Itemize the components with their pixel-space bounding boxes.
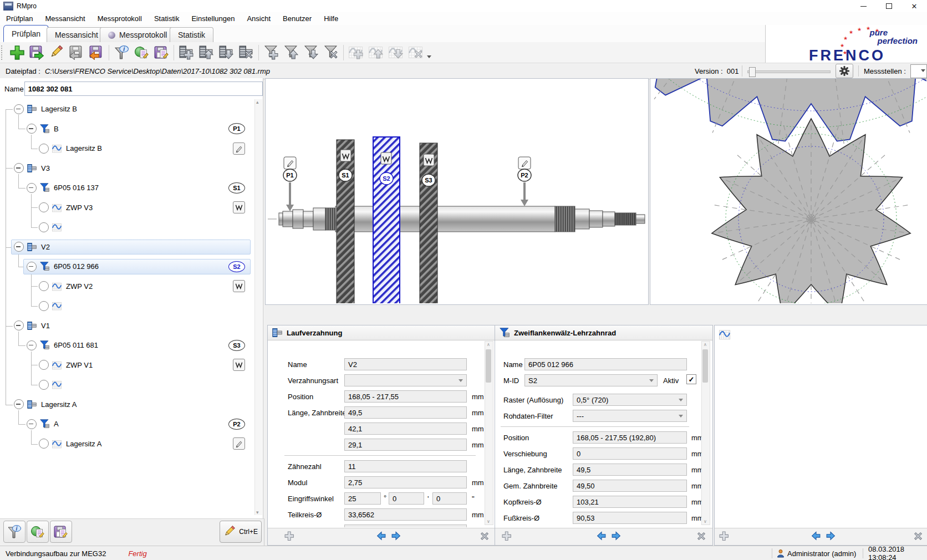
tree-item-zwp-v3[interactable]: ZWP V3: [0, 198, 253, 218]
edit-ctrl-e-button[interactable]: Ctrl+E: [220, 521, 262, 543]
curve-up-button[interactable]: [366, 44, 385, 62]
footer-protocol-edit-button[interactable]: [27, 521, 49, 543]
probe-add-button[interactable]: [262, 44, 281, 62]
tree-item-b[interactable]: B P1: [0, 119, 253, 139]
import-button[interactable]: [67, 44, 86, 62]
footer-info-funnel-button[interactable]: [3, 521, 26, 543]
tree-item-zwp-v1[interactable]: ZWP V1: [0, 355, 253, 375]
info-funnel-button[interactable]: [112, 44, 131, 62]
tree-item-lagersitz-b[interactable]: Lagersitz B: [0, 99, 253, 119]
kopfkreis-field[interactable]: 103,21: [573, 496, 687, 508]
gem-zahnbreite-field[interactable]: 49,50: [573, 480, 687, 492]
gear-band-s3[interactable]: [420, 143, 437, 303]
raster-select[interactable]: 0,5° (720): [573, 394, 687, 406]
menu-benutzer[interactable]: Benutzer: [277, 14, 318, 23]
curve-add-button[interactable]: [347, 44, 365, 62]
zaehnezahl-field[interactable]: 11: [344, 460, 467, 472]
tree-item-unnamed[interactable]: [0, 217, 253, 237]
position-field[interactable]: 168,05 - 217,55: [344, 390, 467, 403]
lehrzahnrad-scrollbar[interactable]: [701, 341, 710, 525]
next-icon[interactable]: [391, 531, 401, 541]
gear-up-button[interactable]: [197, 44, 216, 62]
lz-position-field[interactable]: 168,05 - 217,55 (192,80): [573, 431, 687, 444]
marker-p2[interactable]: P2: [518, 157, 531, 206]
probe-up-button[interactable]: [282, 44, 300, 62]
gear-add-button[interactable]: [177, 44, 196, 62]
revert-button[interactable]: [87, 44, 106, 62]
tab-statistik[interactable]: Statistik: [170, 27, 213, 42]
laufverzahnung-scrollbar[interactable]: [485, 341, 493, 525]
menu-messansicht[interactable]: Messansicht: [39, 14, 91, 23]
tree-item-unnamed[interactable]: [0, 296, 253, 316]
protocol-save-button[interactable]: [152, 44, 171, 62]
version-slider-thumb[interactable]: [749, 67, 756, 77]
tree-item-6p05-011-681[interactable]: 6P05 011 681 S3: [0, 335, 253, 355]
menu-ansicht[interactable]: Ansicht: [241, 14, 277, 23]
menu-messprotokoll[interactable]: Messprotokoll: [91, 14, 148, 23]
teilkreis-field[interactable]: 33,6562: [344, 508, 467, 521]
add-icon[interactable]: [502, 531, 512, 541]
tree-item-a[interactable]: A P2: [0, 414, 253, 434]
messstellen-select[interactable]: [910, 64, 927, 78]
tab-pruefplan[interactable]: Prüfplan: [3, 25, 49, 42]
collapse-icon[interactable]: [27, 262, 37, 272]
collapse-icon[interactable]: [14, 104, 24, 114]
collapse-icon[interactable]: [14, 399, 24, 409]
next-icon[interactable]: [826, 531, 836, 541]
fusskreis-field[interactable]: 90,53: [573, 512, 687, 524]
prev-icon[interactable]: [376, 531, 386, 541]
collapse-icon[interactable]: [27, 419, 37, 429]
verzahnungsart-select[interactable]: [344, 374, 467, 386]
eingriffswinkel-deg-field[interactable]: 25: [344, 492, 381, 505]
curve-delete-button[interactable]: [406, 44, 425, 62]
gear-mesh-view[interactable]: [650, 78, 927, 305]
eingriffswinkel-sec-field[interactable]: 0: [432, 492, 467, 505]
menu-hilfe[interactable]: Hilfe: [318, 14, 344, 23]
shaft-view[interactable]: S1 S2 S3 P1 P2: [265, 78, 649, 305]
add-icon[interactable]: [719, 531, 729, 541]
new-button[interactable]: [7, 44, 26, 62]
modul-field[interactable]: 2,75: [344, 476, 467, 488]
version-slider[interactable]: [747, 70, 831, 73]
gear-down-button[interactable]: [217, 44, 236, 62]
laenge-field[interactable]: 49,5: [344, 406, 467, 419]
gear-band-s1[interactable]: [337, 140, 354, 303]
tab-messansicht[interactable]: Messansicht: [47, 27, 106, 42]
mid-select[interactable]: S2: [524, 374, 658, 386]
tree-item-6p05-012-966[interactable]: 6P05 012 966 S2: [0, 257, 253, 277]
settings-gear-button[interactable]: [836, 64, 853, 78]
collapse-icon[interactable]: [14, 320, 24, 330]
next-icon[interactable]: [611, 531, 621, 541]
tree-item-v1[interactable]: V1: [0, 316, 253, 336]
tree-item-lagersitz-a-curve[interactable]: Lagersitz A: [0, 434, 253, 454]
tab-messprotokoll[interactable]: Messprotokoll: [100, 27, 175, 42]
protocol-edit-button[interactable]: [132, 44, 151, 62]
probe-delete-button[interactable]: [322, 44, 340, 62]
add-icon[interactable]: [284, 531, 294, 541]
collapse-icon[interactable]: [27, 340, 37, 350]
lz-laenge-field[interactable]: 49,5: [573, 464, 687, 476]
save-export-button[interactable]: [27, 44, 46, 62]
name-field[interactable]: V2: [344, 358, 467, 370]
lehrzahnrad-name-field[interactable]: 6P05 012 966: [524, 358, 687, 370]
close-button[interactable]: ✕: [901, 0, 927, 12]
tree-item-v2[interactable]: V2: [0, 237, 253, 257]
menu-statistik[interactable]: Statistik: [148, 14, 186, 23]
minimize-button[interactable]: [850, 0, 876, 12]
zahnbreite2-field[interactable]: 42,1: [344, 422, 467, 435]
maximize-button[interactable]: [876, 0, 901, 12]
toolbar-overflow[interactable]: [426, 43, 432, 63]
zahnbreite3-field[interactable]: 29,1: [344, 439, 467, 451]
curve-down-button[interactable]: [386, 44, 405, 62]
tree-item-v3[interactable]: V3: [0, 159, 253, 179]
collapse-icon[interactable]: [27, 124, 37, 134]
tree-item-6p05-016-137[interactable]: 6P05 016 137 S1: [0, 178, 253, 198]
verschiebung-field[interactable]: 0: [573, 447, 687, 460]
menu-pruefplan[interactable]: Prüfplan: [0, 14, 39, 23]
prev-icon[interactable]: [811, 531, 821, 541]
collapse-icon[interactable]: [27, 183, 37, 193]
tree-item-unnamed[interactable]: [0, 375, 253, 395]
tree-scrollbar[interactable]: [254, 99, 262, 515]
rohdaten-filter-select[interactable]: ---: [573, 410, 687, 422]
collapse-icon[interactable]: [14, 163, 24, 173]
